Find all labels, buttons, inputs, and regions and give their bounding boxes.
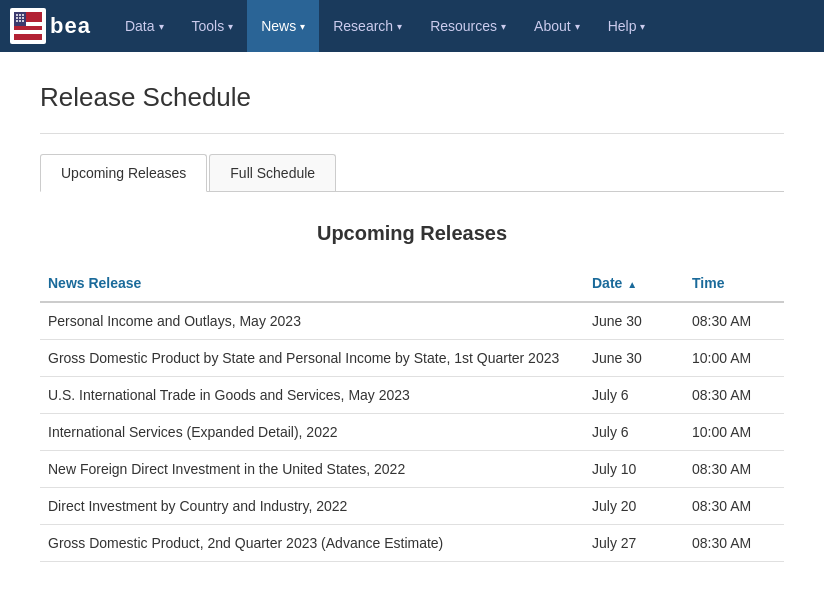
nav-list: Data ▾Tools ▾News ▾Research ▾Resources ▾… <box>111 0 660 52</box>
svg-point-6 <box>16 14 18 16</box>
release-name: Gross Domestic Product by State and Pers… <box>40 340 584 377</box>
nav-link-resources[interactable]: Resources ▾ <box>416 0 520 52</box>
main-content: Release Schedule Upcoming ReleasesFull S… <box>0 52 824 582</box>
nav-item-about[interactable]: About ▾ <box>520 0 594 52</box>
svg-point-14 <box>22 20 24 22</box>
svg-rect-2 <box>14 26 42 30</box>
release-date: July 10 <box>584 451 684 488</box>
tab-upcoming-releases[interactable]: Upcoming Releases <box>40 154 207 192</box>
release-name: New Foreign Direct Investment in the Uni… <box>40 451 584 488</box>
nav-item-resources[interactable]: Resources ▾ <box>416 0 520 52</box>
release-date: July 6 <box>584 414 684 451</box>
table-row: International Services (Expanded Detail)… <box>40 414 784 451</box>
table-row: U.S. International Trade in Goods and Se… <box>40 377 784 414</box>
svg-point-7 <box>19 14 21 16</box>
caret-icon: ▾ <box>575 21 580 32</box>
table-row: New Foreign Direct Investment in the Uni… <box>40 451 784 488</box>
nav-item-news[interactable]: News ▾ <box>247 0 319 52</box>
page-title: Release Schedule <box>40 82 784 113</box>
svg-point-11 <box>22 17 24 19</box>
table-row: Direct Investment by Country and Industr… <box>40 488 784 525</box>
nav-link-data[interactable]: Data ▾ <box>111 0 178 52</box>
release-time: 08:30 AM <box>684 488 784 525</box>
upcoming-releases-section: Upcoming Releases News ReleaseDate ▲Time… <box>40 222 784 562</box>
nav-item-tools[interactable]: Tools ▾ <box>178 0 248 52</box>
svg-point-13 <box>19 20 21 22</box>
release-name: U.S. International Trade in Goods and Se… <box>40 377 584 414</box>
caret-icon: ▾ <box>397 21 402 32</box>
release-time: 08:30 AM <box>684 525 784 562</box>
logo-text: bea <box>50 13 91 39</box>
nav-item-help[interactable]: Help ▾ <box>594 0 660 52</box>
caret-icon: ▾ <box>228 21 233 32</box>
section-title: Upcoming Releases <box>40 222 784 245</box>
release-date: July 20 <box>584 488 684 525</box>
nav-link-help[interactable]: Help ▾ <box>594 0 660 52</box>
logo-link[interactable]: bea <box>10 8 91 44</box>
svg-point-9 <box>16 17 18 19</box>
release-date: June 30 <box>584 302 684 340</box>
release-date: July 27 <box>584 525 684 562</box>
release-date: July 6 <box>584 377 684 414</box>
release-table: News ReleaseDate ▲Time Personal Income a… <box>40 265 784 562</box>
svg-rect-4 <box>14 34 42 40</box>
release-name: Personal Income and Outlays, May 2023 <box>40 302 584 340</box>
tabs-container: Upcoming ReleasesFull Schedule <box>40 154 784 192</box>
col-header-time: Time <box>684 265 784 302</box>
table-row: Gross Domestic Product, 2nd Quarter 2023… <box>40 525 784 562</box>
release-time: 10:00 AM <box>684 414 784 451</box>
nav-item-research[interactable]: Research ▾ <box>319 0 416 52</box>
caret-icon: ▾ <box>501 21 506 32</box>
svg-point-10 <box>19 17 21 19</box>
svg-point-8 <box>22 14 24 16</box>
table-row: Gross Domestic Product by State and Pers… <box>40 340 784 377</box>
release-time: 08:30 AM <box>684 451 784 488</box>
svg-point-12 <box>16 20 18 22</box>
nav-link-research[interactable]: Research ▾ <box>319 0 416 52</box>
table-row: Personal Income and Outlays, May 2023Jun… <box>40 302 784 340</box>
release-time: 08:30 AM <box>684 302 784 340</box>
logo-flag-icon <box>14 12 42 40</box>
nav-link-about[interactable]: About ▾ <box>520 0 594 52</box>
nav-item-data[interactable]: Data ▾ <box>111 0 178 52</box>
release-name: Direct Investment by Country and Industr… <box>40 488 584 525</box>
table-body: Personal Income and Outlays, May 2023Jun… <box>40 302 784 562</box>
caret-icon: ▾ <box>159 21 164 32</box>
release-time: 10:00 AM <box>684 340 784 377</box>
sort-asc-icon: ▲ <box>624 279 637 290</box>
main-nav: bea Data ▾Tools ▾News ▾Research ▾Resourc… <box>0 0 824 52</box>
table-head: News ReleaseDate ▲Time <box>40 265 784 302</box>
release-date: June 30 <box>584 340 684 377</box>
col-header-news-release[interactable]: News Release <box>40 265 584 302</box>
col-header-date[interactable]: Date ▲ <box>584 265 684 302</box>
title-divider <box>40 133 784 134</box>
logo-box <box>10 8 46 44</box>
release-name: Gross Domestic Product, 2nd Quarter 2023… <box>40 525 584 562</box>
release-time: 08:30 AM <box>684 377 784 414</box>
caret-icon: ▾ <box>640 21 645 32</box>
caret-icon: ▾ <box>300 21 305 32</box>
nav-link-news[interactable]: News ▾ <box>247 0 319 52</box>
nav-link-tools[interactable]: Tools ▾ <box>178 0 248 52</box>
release-name: International Services (Expanded Detail)… <box>40 414 584 451</box>
svg-rect-3 <box>14 30 42 34</box>
tab-full-schedule[interactable]: Full Schedule <box>209 154 336 191</box>
